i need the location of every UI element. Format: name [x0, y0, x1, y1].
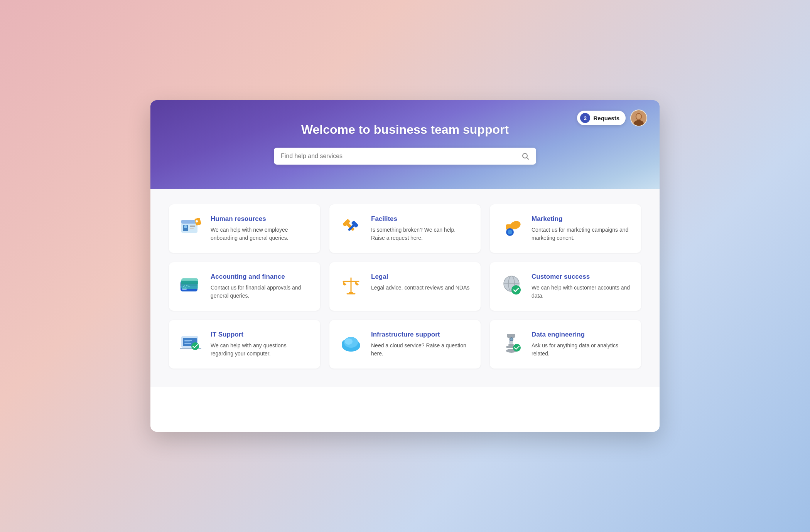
customer-success-title: Customer success	[532, 273, 630, 281]
facilities-desc: Is something broken? We can help. Raise …	[371, 226, 470, 242]
facilities-title: Facilites	[371, 215, 470, 223]
customer-success-body: Customer success We can help with custom…	[532, 273, 630, 300]
infrastructure-body: Infrastructure support Need a cloud serv…	[371, 331, 470, 358]
infrastructure-desc: Need a cloud service? Raise a question h…	[371, 342, 470, 358]
card-accounting[interactable]: </> Accounting and finance Contact us fo…	[169, 262, 320, 311]
card-data-engineering[interactable]: Data engineering Ask us for anything dat…	[490, 320, 641, 369]
svg-rect-53	[508, 344, 514, 346]
svg-point-10	[184, 225, 187, 228]
data-engineering-icon	[499, 331, 524, 355]
svg-line-6	[527, 158, 529, 160]
requests-button[interactable]: 2 Requests	[577, 111, 626, 125]
requests-label: Requests	[593, 115, 619, 121]
card-legal[interactable]: Legal Legal advice, contract reviews and…	[329, 262, 481, 311]
it-support-icon	[178, 331, 203, 355]
svg-rect-11	[190, 226, 195, 227]
data-engineering-desc: Ask us for anything data or analytics re…	[532, 342, 630, 358]
svg-rect-42	[184, 340, 192, 341]
facilities-body: Facilites Is something broken? We can he…	[371, 215, 470, 242]
avatar[interactable]	[630, 109, 647, 126]
svg-point-50	[345, 338, 353, 345]
card-marketing[interactable]: Marketing Contact us for marketing campa…	[490, 204, 641, 253]
it-support-title: IT Support	[211, 331, 309, 338]
legal-icon	[339, 273, 363, 298]
marketing-body: Marketing Contact us for marketing campa…	[532, 215, 630, 242]
hero-section: 2 Requests Welcome to business team supp…	[150, 100, 660, 189]
svg-rect-52	[507, 334, 515, 338]
infrastructure-title: Infrastructure support	[371, 331, 470, 338]
main-window: 2 Requests Welcome to business team supp…	[150, 100, 660, 432]
card-it-support[interactable]: IT Support We can help with any question…	[169, 320, 320, 369]
search-bar	[274, 148, 536, 165]
svg-point-14	[196, 220, 198, 222]
card-human-resources[interactable]: Human resources We can help with new emp…	[169, 204, 320, 253]
legal-body: Legal Legal advice, contract reviews and…	[371, 273, 469, 292]
svg-text:</>: </>	[183, 284, 190, 288]
svg-point-23	[508, 230, 512, 234]
accounting-desc: Contact us for financial approvals and g…	[211, 284, 309, 300]
accounting-body: Accounting and finance Contact us for fi…	[211, 273, 309, 300]
svg-rect-44	[184, 343, 191, 344]
svg-rect-12	[190, 228, 194, 229]
hr-desc: We can help with new employee onboarding…	[211, 226, 309, 242]
data-engineering-body: Data engineering Ask us for anything dat…	[532, 331, 630, 358]
legal-title: Legal	[371, 273, 469, 281]
marketing-desc: Contact us for marketing campaigns and m…	[532, 226, 630, 242]
it-support-desc: We can help with any questions regarding…	[211, 342, 309, 358]
svg-point-38	[511, 285, 521, 295]
search-icon	[521, 152, 529, 160]
svg-point-4	[637, 114, 641, 119]
search-input[interactable]	[281, 153, 521, 160]
accounting-title: Accounting and finance	[211, 273, 309, 281]
card-facilities[interactable]: Facilites Is something broken? We can he…	[329, 204, 481, 253]
svg-rect-28	[181, 281, 198, 284]
hr-icon	[178, 215, 203, 240]
accounting-icon: </>	[178, 273, 203, 298]
infrastructure-icon	[339, 331, 363, 355]
customer-success-icon	[499, 273, 524, 298]
marketing-title: Marketing	[532, 215, 630, 223]
page-title: Welcome to business team support	[166, 123, 644, 137]
card-customer-success[interactable]: Customer success We can help with custom…	[490, 262, 641, 311]
top-bar: 2 Requests	[577, 109, 647, 126]
it-support-body: IT Support We can help with any question…	[211, 331, 309, 358]
svg-point-58	[510, 338, 513, 340]
hr-body: Human resources We can help with new emp…	[211, 215, 309, 242]
data-engineering-title: Data engineering	[532, 331, 630, 338]
content-area: Human resources We can help with new emp…	[150, 189, 660, 387]
requests-count: 2	[580, 113, 590, 123]
svg-rect-43	[184, 342, 190, 342]
marketing-icon	[499, 215, 524, 240]
card-infrastructure[interactable]: Infrastructure support Need a cloud serv…	[329, 320, 481, 369]
hr-title: Human resources	[211, 215, 309, 223]
facilities-icon	[339, 215, 363, 240]
services-grid: Human resources We can help with new emp…	[169, 204, 641, 369]
customer-success-desc: We can help with customer accounts and d…	[532, 284, 630, 300]
legal-desc: Legal advice, contract reviews and NDAs	[371, 284, 469, 292]
